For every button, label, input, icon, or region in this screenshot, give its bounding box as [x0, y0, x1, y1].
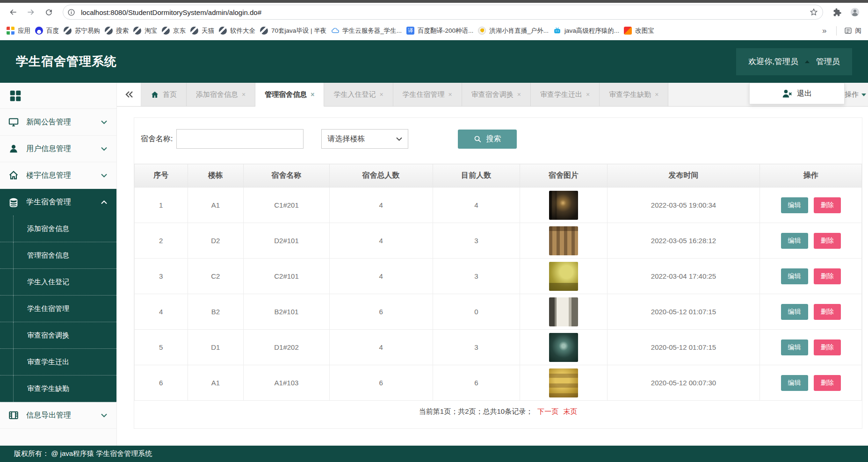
close-icon[interactable]: × — [517, 91, 521, 98]
cell-name: D1#202 — [244, 330, 329, 365]
last-page-link[interactable]: 末页 — [563, 407, 577, 416]
delete-button[interactable]: 删除 — [814, 375, 841, 391]
tab-accommodation[interactable]: 学生住宿管理 × — [393, 83, 462, 106]
profile-avatar-icon[interactable] — [847, 5, 862, 20]
user-menu[interactable]: 欢迎你,管理员 管理员 — [736, 48, 852, 75]
submenu-item-add-dorm[interactable]: 添加宿舍信息 — [0, 216, 116, 242]
submenu-item-review-absence[interactable]: 审查学生缺勤 — [0, 375, 116, 402]
tab-manage-dorm[interactable]: 管理宿舍信息 × — [255, 83, 324, 107]
next-page-link[interactable]: 下一页 — [537, 407, 558, 416]
app-header: 学生宿舍管理系统 欢迎你,管理员 管理员 — [0, 40, 868, 83]
tab-review-swap[interactable]: 审查宿舍调换 × — [462, 83, 531, 106]
extensions-icon[interactable] — [830, 5, 845, 20]
reload-icon[interactable] — [41, 5, 56, 20]
submenu-item-review-moveout[interactable]: 审查学生迁出 — [0, 349, 116, 375]
close-icon[interactable]: × — [586, 91, 590, 98]
address-bar[interactable]: localhost:8080/StudentDormitorySystem/ad… — [63, 5, 823, 20]
sidebar-item-news[interactable]: 新闻公告管理 — [0, 109, 116, 136]
bookmark-label: 洪湖小肖直播_户外... — [489, 27, 549, 35]
tab-home[interactable]: 首页 — [141, 83, 187, 106]
site-info-icon[interactable] — [65, 6, 77, 18]
building-select[interactable]: 请选择楼栋 — [321, 129, 408, 149]
bookmark-label: 改图宝 — [635, 27, 654, 35]
sidebar-item-buildings[interactable]: 楼宇信息管理 — [0, 162, 116, 189]
pagination: 当前第1页；共2页；总共10条记录； 下一页 末页 — [134, 401, 862, 422]
delete-button[interactable]: 删除 — [814, 339, 841, 355]
tab-checkin[interactable]: 学生入住登记 × — [324, 83, 393, 106]
column-header-current: 目前人数 — [433, 164, 520, 188]
sidebar-item-users[interactable]: 用户信息管理 — [0, 136, 116, 162]
bookmark-taobao[interactable]: 淘宝 — [133, 27, 157, 35]
bookmark-live-stream[interactable]: 洪湖小肖直播_户外... — [478, 27, 549, 35]
edit-button[interactable]: 编辑 — [781, 304, 808, 320]
url-text[interactable]: localhost:8080/StudentDormitorySystem/ad… — [81, 8, 804, 16]
edit-button[interactable]: 编辑 — [781, 233, 808, 249]
submenu-item-review-swap[interactable]: 审查宿舍调换 — [0, 322, 116, 349]
chevron-down-icon — [101, 120, 107, 124]
column-header-time: 发布时间 — [607, 164, 760, 188]
bookmark-software[interactable]: 软件大全 — [219, 27, 255, 35]
logout-button[interactable]: 退出 — [749, 83, 845, 104]
delete-button[interactable]: 删除 — [814, 268, 841, 284]
user-x-icon — [782, 89, 792, 98]
chevron-down-icon — [396, 137, 402, 141]
submenu-item-accommodation[interactable]: 学生住宿管理 — [0, 296, 116, 322]
sidebar-collapse-button[interactable] — [0, 83, 116, 109]
bookmark-jd[interactable]: 京东 — [162, 27, 186, 35]
bookmark-label: 软件大全 — [230, 27, 255, 35]
chevron-up-icon — [101, 200, 107, 204]
tab-operations-button[interactable]: 操作 — [845, 83, 866, 107]
delete-button[interactable]: 删除 — [814, 233, 841, 249]
dorm-name-label: 宿舍名称: — [141, 134, 173, 144]
back-icon[interactable] — [6, 5, 21, 20]
bookmark-gaitubao[interactable]: 改图宝 — [624, 27, 654, 35]
bookmark-label: 苏宁易购 — [75, 27, 100, 35]
bookmark-star-icon[interactable] — [808, 6, 820, 18]
globe-icon — [105, 27, 113, 35]
bookmark-search[interactable]: 搜索 — [105, 27, 129, 35]
sidebar-item-export[interactable]: 信息导出管理 — [0, 402, 116, 429]
bookmarks-overflow-button[interactable]: » — [820, 26, 828, 36]
cell-capacity: 6 — [329, 294, 433, 330]
close-icon[interactable]: × — [448, 91, 452, 98]
pagination-info: 当前第1页；共2页；总共10条记录； — [419, 407, 533, 416]
close-icon[interactable]: × — [655, 91, 658, 98]
edit-button[interactable]: 编辑 — [781, 197, 808, 213]
tab-add-dorm[interactable]: 添加宿舍信息 × — [187, 83, 255, 106]
sidebar-item-dormitory[interactable]: 学生宿舍管理 — [0, 189, 116, 216]
delete-button[interactable]: 删除 — [814, 304, 841, 320]
delete-button[interactable]: 删除 — [814, 197, 841, 213]
bookmark-apps[interactable]: 应用 — [7, 27, 30, 35]
forward-icon[interactable] — [23, 5, 38, 20]
column-header-capacity: 宿舍总人数 — [329, 164, 433, 188]
edit-button[interactable]: 编辑 — [781, 375, 808, 391]
bookmark-java-projects[interactable]: 70套java毕设 | 半夜 — [260, 27, 326, 35]
dormitory-table: 序号 楼栋 宿舍名称 宿舍总人数 目前人数 宿舍图片 发布时间 操作 1 A1 — [134, 164, 862, 401]
tab-review-absence[interactable]: 审查学生缺勤 × — [600, 83, 668, 106]
app-footer: 版权所有： @ java程序猿 学生宿舍管理系统 — [0, 446, 868, 462]
tab-review-moveout[interactable]: 审查学生迁出 × — [531, 83, 600, 106]
close-icon[interactable]: × — [379, 91, 383, 98]
cell-seq: 4 — [135, 294, 188, 330]
bookmark-tmall[interactable]: 天猫 — [190, 27, 214, 35]
bookmark-suning[interactable]: 苏宁易购 — [64, 27, 100, 35]
column-header-building: 楼栋 — [188, 164, 244, 188]
tabs-collapse-button[interactable] — [117, 83, 141, 106]
dorm-name-input[interactable] — [176, 129, 304, 149]
reading-list-button[interactable]: 阅 — [844, 27, 862, 35]
search-button[interactable]: 搜索 — [458, 130, 517, 149]
bookmark-baidu-translate[interactable]: 译百度翻译-200种语... — [406, 27, 473, 35]
bookmark-bilibili[interactable]: java高级程序猿的... — [553, 27, 619, 35]
tab-label: 学生入住登记 — [333, 90, 376, 99]
edit-button[interactable]: 编辑 — [781, 339, 808, 355]
submenu-item-manage-dorm[interactable]: 管理宿舍信息 — [0, 242, 116, 269]
dorm-photo — [549, 226, 578, 255]
bookmark-baidu[interactable]: 百度 — [35, 27, 59, 35]
home-icon — [8, 170, 19, 180]
edit-button[interactable]: 编辑 — [781, 268, 808, 284]
submenu-item-checkin[interactable]: 学生入住登记 — [0, 269, 116, 296]
close-icon[interactable]: × — [311, 91, 314, 98]
main-content: 首页 添加宿舍信息 × 管理宿舍信息 × 学生入住登记 × 学生住宿管理 × 审… — [117, 83, 868, 446]
close-icon[interactable]: × — [242, 91, 246, 98]
bookmark-cloud-server[interactable]: 学生云服务器_学生... — [331, 27, 402, 35]
